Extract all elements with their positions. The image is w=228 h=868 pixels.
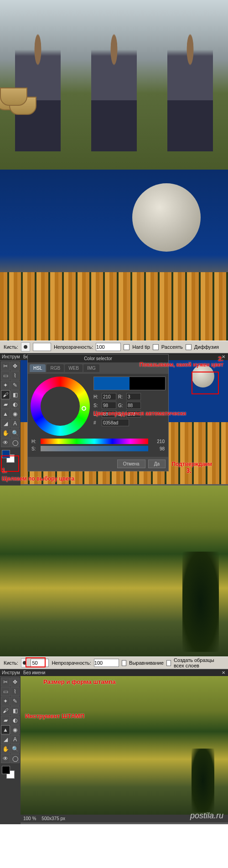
g-input[interactable] bbox=[126, 402, 141, 409]
ok-button[interactable]: Да bbox=[148, 460, 166, 468]
saturation-slider[interactable] bbox=[41, 446, 148, 451]
hardtip-checkbox[interactable] bbox=[124, 344, 130, 350]
h-label: H: bbox=[93, 394, 100, 399]
h-input[interactable] bbox=[102, 393, 116, 400]
tool-eye-2[interactable]: 👁 bbox=[1, 754, 10, 763]
tool-zoom-2[interactable]: 🔍 bbox=[10, 744, 20, 754]
canvas-field-image[interactable] bbox=[21, 676, 228, 815]
opacity-input-2[interactable] bbox=[94, 659, 119, 667]
tool-blur[interactable]: ◉ bbox=[10, 409, 20, 418]
annotation-step3-num: 3. bbox=[186, 467, 192, 474]
tool-eraser[interactable]: ◧ bbox=[10, 390, 20, 399]
annotation-click-color: Щелкаем по выбору цвета bbox=[2, 475, 74, 482]
tool-crop-2[interactable]: ✂ bbox=[1, 677, 10, 687]
tool-marquee[interactable]: ▭ bbox=[1, 371, 10, 380]
tool-eyedropper-2[interactable]: ◢ bbox=[1, 735, 10, 744]
canvas-pine bbox=[192, 749, 214, 812]
align-label: Выравнивание bbox=[129, 660, 164, 666]
foreground-color-swatch-2[interactable] bbox=[2, 766, 10, 774]
tool-bucket[interactable]: ▰ bbox=[1, 400, 10, 409]
red-box-eyedropper bbox=[192, 372, 219, 394]
brush-size-input[interactable] bbox=[33, 343, 51, 351]
tool-eye[interactable]: 👁 bbox=[1, 438, 10, 447]
tool-wand-2[interactable]: ✦ bbox=[1, 697, 10, 706]
tool-move-2[interactable]: ✥ bbox=[10, 677, 20, 687]
slider-h-label: H: bbox=[31, 439, 38, 444]
people-group bbox=[0, 24, 228, 151]
diffusion-label: Диффузия bbox=[194, 344, 219, 350]
slider-h-value: 210 bbox=[151, 439, 165, 444]
tool-gradient-2[interactable]: ◐ bbox=[10, 716, 20, 725]
tool-grid-1: ✂ ✥ ▭ ⌇ ✦ ✎ 🖌 ◧ ▰ ◐ ▲ ◉ ◢ A ✋ 🔍 👁 ◯ bbox=[0, 361, 21, 448]
g-label: G: bbox=[118, 403, 124, 408]
tool-grid-2: ✂ ✥ ▭ ⌇ ✦ ✎ 🖌 ◧ ▰ ◐ ▲ ◉ ◢ A ✋ 🔍 👁 ◯ bbox=[0, 677, 21, 764]
hex-input[interactable] bbox=[102, 419, 129, 426]
tool-zoom[interactable]: 🔍 bbox=[10, 429, 20, 438]
tool-shape[interactable]: ◯ bbox=[10, 438, 20, 447]
tool-hand[interactable]: ✋ bbox=[1, 429, 10, 438]
tab-hsl[interactable]: HSL bbox=[30, 364, 46, 372]
person-2 bbox=[91, 24, 137, 151]
tool-stamp-2[interactable]: ▲ bbox=[1, 725, 10, 734]
close-icon-2[interactable]: ✕ bbox=[222, 670, 225, 675]
color-swatches-2[interactable] bbox=[0, 764, 21, 776]
align-checkbox[interactable] bbox=[122, 660, 126, 666]
dark-pine-tree bbox=[182, 552, 219, 652]
tool-eyedropper[interactable]: ◢ bbox=[1, 419, 10, 428]
tool-move[interactable]: ✥ bbox=[10, 362, 20, 371]
color-square[interactable] bbox=[41, 387, 80, 426]
tool-brush[interactable]: 🖌 bbox=[1, 390, 10, 399]
color-wheel[interactable] bbox=[31, 377, 90, 436]
tool-panel-2: Инструм ✂ ✥ ▭ ⌇ ✦ ✎ 🖌 ◧ ▰ ◐ ▲ ◉ ◢ A ✋ 🔍 … bbox=[0, 669, 21, 824]
sampleall-checkbox[interactable] bbox=[166, 660, 171, 666]
brush-label: Кисть: bbox=[4, 344, 18, 350]
tool-lasso-2[interactable]: ⌇ bbox=[10, 687, 20, 696]
tool-eraser-2[interactable]: ◧ bbox=[10, 706, 20, 715]
tab-web[interactable]: WEB bbox=[65, 364, 83, 372]
tool-shape-2[interactable]: ◯ bbox=[10, 754, 20, 763]
annotation-stamp-size: Размер и форма штампа bbox=[43, 678, 115, 685]
diffusion-checkbox[interactable] bbox=[186, 344, 192, 350]
basket-3 bbox=[0, 88, 27, 106]
wheel-cursor[interactable] bbox=[82, 406, 86, 411]
tool-crop[interactable]: ✂ bbox=[1, 362, 10, 371]
dialog-buttons: Отмена Да bbox=[28, 457, 168, 471]
tools-panel-title: Инструм bbox=[0, 353, 21, 361]
annotation-auto-color: Цвет определился автоматически bbox=[93, 410, 186, 417]
red-box-brush-size bbox=[26, 657, 46, 667]
tool-blur-2[interactable]: ◉ bbox=[10, 725, 20, 734]
opacity-label: Непрозрачность: bbox=[54, 344, 93, 350]
tool-type[interactable]: A bbox=[10, 419, 20, 428]
tool-pencil-2[interactable]: ✎ bbox=[10, 697, 20, 706]
dialog-body: H: R: S: G: L: B: bbox=[28, 374, 168, 439]
hex-label: # bbox=[93, 420, 100, 425]
slider-s-label: S: bbox=[31, 446, 38, 451]
tool-wand[interactable]: ✦ bbox=[1, 381, 10, 390]
tab-rgb[interactable]: RGB bbox=[47, 364, 64, 372]
scatter-checkbox[interactable] bbox=[153, 344, 159, 350]
s-input[interactable] bbox=[102, 402, 116, 409]
photo-mushroom-pickers bbox=[0, 0, 228, 170]
tool-brush-2[interactable]: 🖌 bbox=[1, 706, 10, 715]
tab-img[interactable]: IMG bbox=[83, 364, 99, 372]
tool-pencil[interactable]: ✎ bbox=[10, 381, 20, 390]
tool-hand-2[interactable]: ✋ bbox=[1, 744, 10, 754]
tool-stamp[interactable]: ▲ bbox=[1, 409, 10, 418]
hue-slider[interactable] bbox=[41, 439, 148, 444]
person-3 bbox=[167, 24, 213, 151]
cancel-button[interactable]: Отмена bbox=[117, 460, 145, 468]
tool-marquee-2[interactable]: ▭ bbox=[1, 687, 10, 696]
annotation-confirm: Подтверждаем bbox=[171, 461, 212, 467]
tool-type-2[interactable]: A bbox=[10, 735, 20, 744]
opacity-input[interactable] bbox=[96, 343, 121, 351]
watermark: postila.ru bbox=[190, 811, 223, 821]
sliders: H: 210 S: 98 bbox=[28, 439, 168, 457]
brush-preview[interactable] bbox=[21, 342, 30, 351]
r-input[interactable] bbox=[126, 393, 141, 400]
tool-lasso[interactable]: ⌇ bbox=[10, 371, 20, 380]
tool-gradient[interactable]: ◐ bbox=[10, 400, 20, 409]
tool-bucket-2[interactable]: ▰ bbox=[1, 716, 10, 725]
dimensions-value: 500x375 px bbox=[41, 816, 65, 821]
autumn-trees bbox=[0, 272, 228, 341]
opacity-label-2: Непрозрачность: bbox=[52, 660, 91, 666]
